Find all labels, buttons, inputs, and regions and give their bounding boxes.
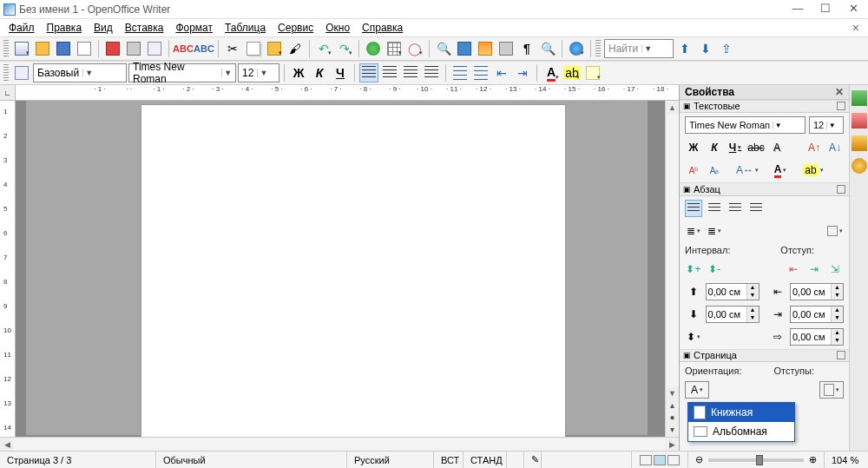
sb-orientation-button[interactable]: A bbox=[685, 381, 709, 399]
sb-indent-first[interactable]: ▲▼ bbox=[790, 328, 844, 346]
status-language[interactable]: Русский bbox=[347, 452, 434, 468]
sb-shrink-font-button[interactable]: A↓ bbox=[826, 139, 844, 156]
bold-button[interactable]: Ж bbox=[289, 63, 308, 82]
nav-target[interactable]: ● bbox=[669, 412, 674, 425]
italic-button[interactable]: К bbox=[310, 63, 329, 82]
font-name-combo[interactable]: Times New Roman▼ bbox=[128, 63, 236, 82]
new-button[interactable] bbox=[12, 39, 31, 58]
minimize-button[interactable]: — bbox=[792, 3, 804, 16]
sidebar-tab-navigator[interactable] bbox=[852, 158, 867, 174]
bullet-list-button[interactable] bbox=[471, 63, 490, 82]
sb-subscript-button[interactable]: Aᵦ bbox=[706, 161, 723, 179]
status-view-layout[interactable] bbox=[632, 452, 688, 468]
data-sources-button[interactable] bbox=[496, 39, 516, 58]
section-more-icon-2[interactable] bbox=[837, 185, 845, 194]
menu-table[interactable]: Таблица bbox=[220, 20, 271, 36]
orientation-landscape[interactable]: Альбомная bbox=[688, 422, 794, 441]
styles-button[interactable] bbox=[12, 63, 31, 82]
sb-indent-left[interactable]: ▲▼ bbox=[790, 283, 844, 300]
nonprinting-button[interactable]: ¶ bbox=[517, 39, 536, 58]
toolbar-grip-3[interactable] bbox=[3, 64, 9, 82]
section-page-header[interactable]: ▣Страница bbox=[680, 349, 849, 362]
gallery-button[interactable] bbox=[476, 39, 495, 58]
sb-align-justify[interactable] bbox=[747, 200, 765, 217]
menu-help[interactable]: Справка bbox=[357, 20, 408, 36]
open-button[interactable] bbox=[33, 39, 52, 58]
sidebar-tab-styles[interactable] bbox=[852, 113, 867, 129]
menu-file[interactable]: Файл bbox=[3, 20, 40, 36]
sb-indent-right[interactable]: ▲▼ bbox=[790, 306, 844, 323]
menu-format[interactable]: Формат bbox=[170, 20, 218, 36]
hyperlink-button[interactable] bbox=[364, 39, 383, 58]
sb-align-center[interactable] bbox=[706, 200, 723, 217]
draw-button[interactable]: ◯ bbox=[405, 39, 424, 58]
section-more-icon-3[interactable] bbox=[837, 351, 845, 359]
sidebar-tab-gallery[interactable] bbox=[852, 135, 867, 151]
format-paintbrush-button[interactable]: 🖌 bbox=[286, 39, 305, 58]
paste-button[interactable] bbox=[265, 39, 284, 58]
sb-spacing-below[interactable]: ▲▼ bbox=[706, 306, 760, 323]
sb-font-size-combo[interactable]: 12▼ bbox=[809, 116, 844, 134]
sb-italic-button[interactable]: К bbox=[706, 139, 723, 156]
font-size-combo[interactable]: 12▼ bbox=[238, 63, 279, 82]
print-preview-button[interactable] bbox=[145, 39, 164, 58]
find-all-button[interactable]: ⇪ bbox=[717, 39, 736, 58]
sb-dec-spacing[interactable]: ⬍- bbox=[706, 260, 723, 278]
horizontal-scrollbar[interactable]: ◀▶ bbox=[0, 437, 679, 451]
font-color-button[interactable]: A bbox=[542, 63, 561, 82]
sidebar-close-icon[interactable]: ✕ bbox=[835, 86, 844, 98]
maximize-button[interactable]: ☐ bbox=[819, 3, 832, 16]
zoom-in-icon[interactable]: ⊕ bbox=[809, 454, 817, 465]
table-button[interactable] bbox=[385, 39, 404, 58]
status-page[interactable]: Страница 3 / 3 bbox=[0, 452, 156, 468]
status-selection-mode[interactable]: СТАНД bbox=[464, 452, 507, 468]
email-button[interactable] bbox=[75, 39, 94, 58]
vertical-ruler[interactable]: 123456789101112131415 bbox=[0, 101, 16, 437]
align-center-button[interactable] bbox=[380, 63, 399, 82]
autospell-button[interactable]: ABC bbox=[194, 39, 214, 58]
copy-button[interactable] bbox=[244, 39, 263, 58]
sb-inc-spacing[interactable]: ⬍+ bbox=[685, 260, 702, 278]
close-document-button[interactable]: × bbox=[847, 19, 865, 36]
menu-tools[interactable]: Сервис bbox=[273, 20, 319, 36]
highlight-button[interactable]: ab bbox=[562, 63, 582, 82]
find-next-button[interactable]: ⬇ bbox=[696, 39, 715, 58]
status-zoom-value[interactable]: 104 % bbox=[825, 452, 868, 468]
prev-page-nav[interactable]: ▴ bbox=[670, 400, 674, 412]
sb-bold-button[interactable]: Ж bbox=[685, 139, 702, 156]
next-page-nav[interactable]: ▾ bbox=[670, 425, 674, 437]
sb-margins-button[interactable] bbox=[819, 381, 844, 399]
toolbar-grip-2[interactable] bbox=[595, 40, 601, 57]
save-button[interactable] bbox=[54, 39, 73, 58]
numbered-list-button[interactable] bbox=[450, 63, 470, 82]
sb-numbering-button[interactable]: ≣ bbox=[706, 222, 723, 240]
align-right-button[interactable] bbox=[401, 63, 420, 82]
status-signature[interactable]: ✎ bbox=[524, 452, 542, 468]
status-zoom-slider[interactable]: ⊖ ⊕ bbox=[688, 452, 825, 468]
redo-button[interactable]: ↷ bbox=[335, 39, 354, 58]
sb-para-bg-button[interactable] bbox=[826, 222, 844, 240]
sb-hanging-indent[interactable]: ⇲ bbox=[826, 260, 844, 278]
export-pdf-button[interactable] bbox=[103, 39, 122, 58]
menu-insert[interactable]: Вставка bbox=[120, 20, 169, 36]
status-style[interactable]: Обычный bbox=[156, 452, 347, 468]
section-more-icon[interactable] bbox=[837, 102, 845, 110]
sb-inc-indent[interactable]: ⇥ bbox=[806, 260, 823, 278]
underline-button[interactable]: Ч bbox=[331, 63, 350, 82]
menu-window[interactable]: Окно bbox=[320, 20, 355, 36]
menu-view[interactable]: Вид bbox=[89, 20, 118, 36]
find-combo[interactable]: Найти ▼ bbox=[604, 39, 674, 58]
increase-indent-button[interactable]: ⇥ bbox=[513, 63, 532, 82]
vertical-scrollbar[interactable]: ▲ ▼ ▴ ● ▾ bbox=[665, 101, 679, 437]
cut-button[interactable]: ✂ bbox=[223, 39, 242, 58]
para-style-combo[interactable]: Базовый▼ bbox=[33, 63, 127, 82]
align-justify-button[interactable] bbox=[422, 63, 441, 82]
decrease-indent-button[interactable]: ⇤ bbox=[492, 63, 511, 82]
menu-edit[interactable]: Правка bbox=[42, 20, 88, 36]
undo-button[interactable]: ↶ bbox=[314, 39, 333, 58]
zoom-out-icon[interactable]: ⊖ bbox=[695, 454, 703, 465]
find-button[interactable]: 🔍 bbox=[434, 39, 453, 58]
find-prev-button[interactable]: ⬆ bbox=[675, 39, 694, 58]
page[interactable] bbox=[141, 104, 566, 437]
sb-font-color-button[interactable]: A bbox=[772, 161, 789, 179]
